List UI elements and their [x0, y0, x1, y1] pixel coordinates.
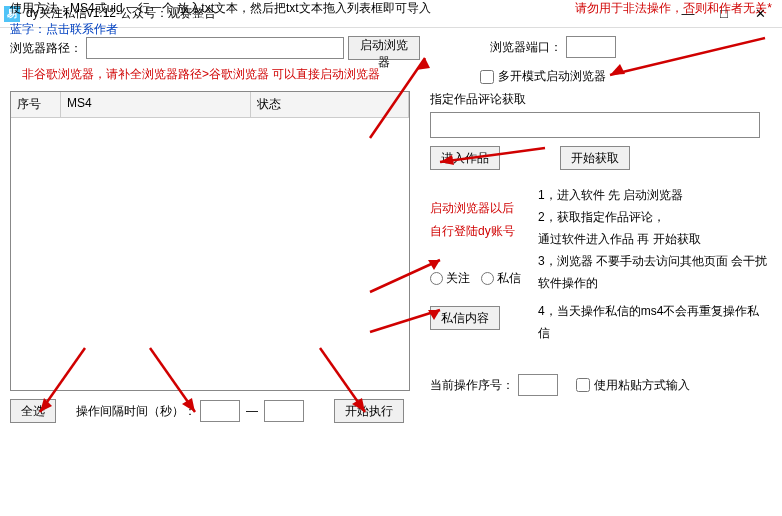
column-header-ms4: MS4 [61, 92, 251, 117]
red-note-1: 启动浏览器以后 [430, 200, 530, 217]
multi-open-label: 多开模式启动浏览器 [498, 68, 606, 85]
current-index-label: 当前操作序号： [430, 377, 514, 394]
usage-text: 使用方法：MS4或uid 一行一个 放入txt文本，然后把txt文本拖入列表框即… [10, 0, 431, 17]
interval-to-input[interactable] [264, 400, 304, 422]
data-table[interactable]: 序号 MS4 状态 [10, 91, 410, 391]
instruction-4: 4，当天操作私信的ms4不会再重复操作私信 [538, 300, 770, 344]
radio-dm[interactable]: 私信 [481, 270, 521, 287]
port-input[interactable] [566, 36, 616, 58]
paste-mode-checkbox-input[interactable] [576, 378, 590, 392]
select-all-button[interactable]: 全选 [10, 399, 56, 423]
red-note-2: 自行登陆dy账号 [430, 223, 530, 240]
browser-path-input[interactable] [86, 37, 344, 59]
start-exec-button[interactable]: 开始执行 [334, 399, 404, 423]
instruction-2b: 通过软件进入作品 再 开始获取 [538, 228, 770, 250]
interval-from-input[interactable] [200, 400, 240, 422]
contact-author-link[interactable]: 蓝字：点击联系作者 [10, 21, 772, 38]
column-header-index: 序号 [11, 92, 61, 117]
port-label: 浏览器端口： [490, 39, 562, 56]
start-fetch-button[interactable]: 开始获取 [560, 146, 630, 170]
start-browser-button[interactable]: 启动浏览器 [348, 36, 420, 60]
paste-mode-checkbox[interactable]: 使用粘贴方式输入 [576, 377, 690, 394]
interval-dash: — [246, 404, 258, 418]
column-header-status: 状态 [251, 92, 409, 117]
browser-path-label: 浏览器路径： [10, 40, 82, 57]
fetch-label: 指定作品评论获取 [430, 91, 766, 108]
radio-follow[interactable]: 关注 [430, 270, 470, 287]
interval-label: 操作间隔时间（秒）： [76, 403, 196, 420]
instruction-1: 1，进入软件 先 启动浏览器 [538, 184, 770, 206]
multi-open-checkbox-input[interactable] [480, 70, 494, 84]
instruction-3: 3，浏览器 不要手动去访问其他页面 会干扰软件操作的 [538, 250, 770, 294]
current-index-input[interactable] [518, 374, 558, 396]
multi-open-checkbox[interactable]: 多开模式启动浏览器 [480, 68, 606, 85]
instruction-2: 2，获取指定作品评论， [538, 206, 770, 228]
browser-hint-text: 非谷歌浏览器，请补全浏览器路径>谷歌浏览器 可以直接启动浏览器 [22, 66, 420, 83]
paste-mode-label: 使用粘贴方式输入 [594, 377, 690, 394]
enter-work-button[interactable]: 进入作品 [430, 146, 500, 170]
dm-content-button[interactable]: 私信内容 [430, 306, 500, 330]
warning-text: 请勿用于非法操作，否则和作者无关* [575, 0, 772, 17]
fetch-input[interactable] [430, 112, 760, 138]
